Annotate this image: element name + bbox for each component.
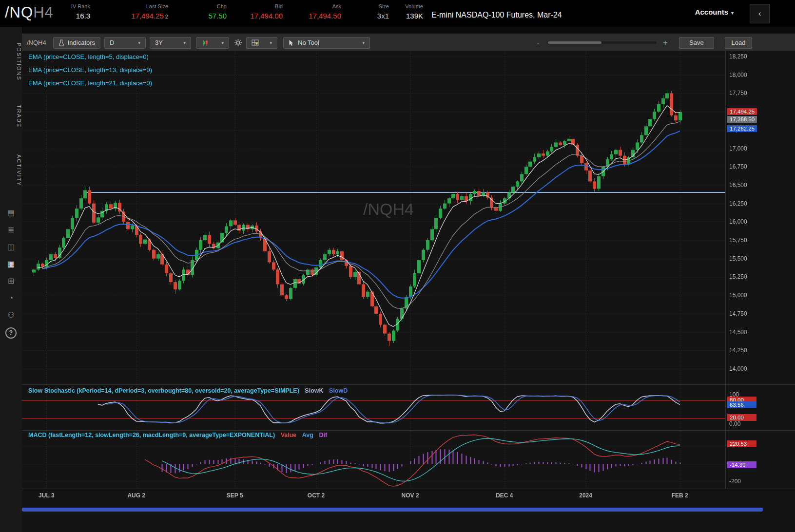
candlestick-type-icon <box>201 39 209 46</box>
price-axis[interactable]: 18,25018,00017,75017,50017,25017,00016,7… <box>725 51 795 489</box>
axis-tick-label: 15,500 <box>729 255 747 262</box>
macd-value-legend: Value <box>281 432 297 438</box>
left-sidebar: POSITIONSTRADEACTIVITY ▤≣◫▦⊞◔⚇? <box>0 27 22 532</box>
ema21-study-label[interactable]: EMA (price=CLOSE, length=21, displace=0) <box>28 79 152 93</box>
trade-monitor-icon[interactable]: ◫ <box>7 242 15 252</box>
symbol-contract: H4 <box>33 4 54 21</box>
pattern-grid-icon <box>252 39 259 46</box>
quote-field-iv-rank: IV Rank16.3 <box>63 2 90 20</box>
price-chart-canvas[interactable] <box>22 51 725 489</box>
sidebar-icon-rail: ▤≣◫▦⊞◔⚇? <box>0 208 22 346</box>
time-axis-label: FEB 2 <box>672 492 688 499</box>
ema13-study-label[interactable]: EMA (price=CLOSE, length=13, displace=0) <box>28 66 152 79</box>
zoom-slider-fill <box>548 41 601 44</box>
stoch-axis-badge: 63.56 <box>727 401 756 408</box>
load-button[interactable]: Load <box>725 37 752 49</box>
axis-tick-label: 15,250 <box>729 273 747 280</box>
watchlist-icon[interactable]: ≣ <box>8 225 14 235</box>
collapse-panel-button[interactable]: ‹ <box>750 4 770 23</box>
cursor-arrow-icon <box>289 39 294 46</box>
time-axis-label: DEC 4 <box>496 492 513 499</box>
indicators-label: Indicators <box>68 39 95 46</box>
zoom-out-button[interactable]: - <box>533 38 543 47</box>
axis-tick-label: 17,750 <box>729 90 747 96</box>
save-button[interactable]: Save <box>679 37 714 49</box>
slowd-legend: SlowD <box>329 387 348 394</box>
quote-field-size: Size3x1 <box>341 2 389 20</box>
instrument-description: E-mini NASDAQ-100 Futures, Mar-24 <box>431 11 562 19</box>
quote-field-ask: Ask17,494.50 <box>283 2 341 20</box>
range-dropdown[interactable]: 3Y ▾ <box>150 37 191 49</box>
axis-tick-label: 18,000 <box>729 72 747 78</box>
zoom-slider[interactable] <box>547 41 657 44</box>
macd-axis-badge: -14.39 <box>727 461 756 468</box>
pane-divider <box>22 384 795 385</box>
time-scrollbar[interactable] <box>22 508 763 512</box>
slowk-legend: SlowK <box>305 387 323 394</box>
macd-avg-legend: Avg <box>302 432 313 438</box>
chevron-down-icon: ▾ <box>270 40 272 45</box>
drawing-tool-dropdown[interactable]: No Tool ▾ <box>283 37 370 49</box>
main-axis-badge: 17,494.25 <box>727 108 757 115</box>
axis-tick-label: 17,000 <box>729 145 747 152</box>
study-labels: EMA (price=CLOSE, length=5, displace=0) … <box>28 53 152 93</box>
zoom-in-button[interactable]: + <box>660 38 670 47</box>
toolbar-symbol-label: /NQH4 <box>27 39 46 46</box>
axis-tick-label: -200 <box>729 478 741 485</box>
main-panel: /NQH4 Indicators D ▾ 3Y ▾ ▾ <box>22 27 795 532</box>
time-axis-label: 2024 <box>579 492 592 499</box>
time-axis[interactable]: JUL 3AUG 2SEP 5OCT 2NOV 2DEC 42024FEB 2 <box>22 489 725 501</box>
chevron-down-icon: ▾ <box>222 40 224 45</box>
axis-tick-label: 14,000 <box>729 365 747 372</box>
time-axis-label: NOV 2 <box>402 492 419 499</box>
axis-tick-label: 18,250 <box>729 53 747 60</box>
axis-tick-label: 16,250 <box>729 200 747 207</box>
quote-field-volume: Volume139K <box>389 2 423 20</box>
charts-icon[interactable]: ▦ <box>7 259 15 269</box>
time-axis-label: JUL 3 <box>39 492 54 499</box>
main-axis-badge: 17,262.25 <box>727 125 757 132</box>
symbol-root: /NQ <box>5 4 33 21</box>
settings-gear-icon[interactable] <box>234 38 242 47</box>
axis-tick-label: 14,250 <box>729 347 747 354</box>
drawing-tool-value: No Tool <box>298 39 319 46</box>
stochastic-study-label[interactable]: Slow Stochastic (kPeriod=14, dPeriod=3, … <box>28 387 348 394</box>
time-axis-label: AUG 2 <box>127 492 145 499</box>
help-icon[interactable]: ? <box>5 327 17 339</box>
axis-tick-label: 14,750 <box>729 310 747 317</box>
quote-field-last-size: Last Size17,494.25 2 <box>90 2 168 20</box>
studies-flask-icon <box>58 39 64 46</box>
patterns-dropdown[interactable]: ▾ <box>246 37 277 49</box>
sidebar-tab-positions[interactable]: POSITIONS <box>0 43 22 81</box>
account-statement-icon[interactable]: ▤ <box>7 208 15 218</box>
chart-type-dropdown[interactable]: ▾ <box>196 37 229 49</box>
quote-field-bid: Bid17,494.00 <box>227 2 283 20</box>
timeframe-dropdown[interactable]: D ▾ <box>104 37 146 49</box>
quote-fields: IV Rank16.3Last Size17,494.25 2Chg57.50B… <box>63 2 423 20</box>
sidebar-tab-trade[interactable]: TRADE <box>0 105 22 128</box>
time-axis-label: OCT 2 <box>308 492 325 499</box>
accounts-dropdown[interactable]: Accounts▾ <box>695 8 734 16</box>
range-value: 3Y <box>155 39 163 46</box>
quote-field-chg: Chg57.50 <box>168 2 227 20</box>
ema5-study-label[interactable]: EMA (price=CLOSE, length=5, displace=0) <box>28 53 152 66</box>
apps-grid-icon[interactable]: ⊞ <box>8 276 14 286</box>
chevron-down-icon: ▾ <box>138 40 141 45</box>
chevron-down-icon: ▾ <box>363 40 365 45</box>
axis-tick-label: 0.00 <box>729 420 740 427</box>
sidebar-tab-activity[interactable]: ACTIVITY <box>0 154 22 187</box>
chart-toolbar: /NQH4 Indicators D ▾ 3Y ▾ ▾ <box>22 34 795 52</box>
axis-tick-label: 14,500 <box>729 329 747 336</box>
axis-tick-label: 16,000 <box>729 218 747 225</box>
axis-tick-label: 16,500 <box>729 182 747 189</box>
time-axis-label: SEP 5 <box>227 492 243 499</box>
axis-tick-label: 15,750 <box>729 237 747 244</box>
macd-axis-badge: 220.53 <box>727 440 756 447</box>
axis-tick-label: 16,750 <box>729 163 747 170</box>
indicators-button[interactable]: Indicators <box>53 37 100 49</box>
chart-region: EMA (price=CLOSE, length=5, displace=0) … <box>22 51 795 532</box>
history-icon[interactable]: ◔ <box>9 293 14 303</box>
chevron-down-icon: ▾ <box>731 10 734 16</box>
macd-study-label[interactable]: MACD (fastLength=12, slowLength=26, macd… <box>28 432 327 438</box>
community-icon[interactable]: ⚇ <box>7 310 14 320</box>
